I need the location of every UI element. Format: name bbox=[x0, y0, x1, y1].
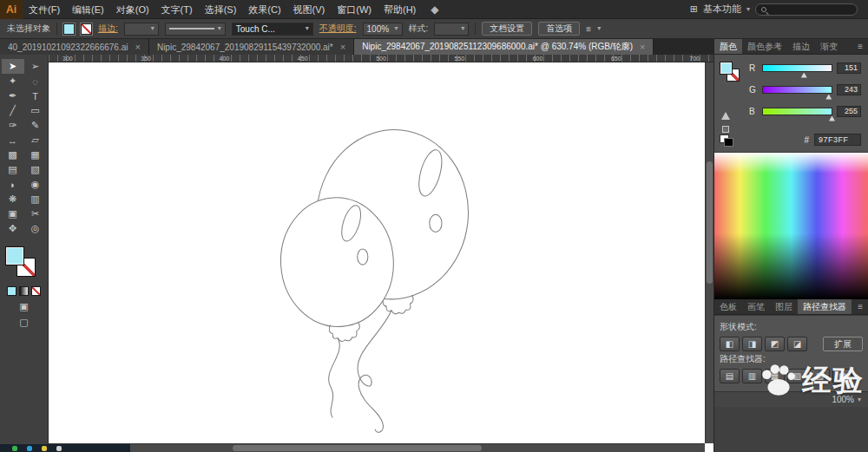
workspace-switcher[interactable]: 基本功能 bbox=[703, 3, 741, 16]
exclude-button[interactable]: ◪ bbox=[787, 337, 807, 351]
document-tab-active[interactable]: Nipic_29842067_20190825112309686000.ai* … bbox=[354, 39, 654, 55]
width-tool[interactable]: ↔ bbox=[2, 133, 24, 147]
slider-handle[interactable] bbox=[801, 73, 807, 78]
taskbar-icon[interactable] bbox=[27, 446, 32, 451]
hex-value-field[interactable]: 97F3FF bbox=[814, 134, 861, 146]
none-button[interactable] bbox=[31, 286, 41, 296]
close-icon[interactable]: × bbox=[640, 43, 645, 52]
selection-tool[interactable]: ➤ bbox=[2, 59, 24, 74]
tab-gradient[interactable]: 渐变 bbox=[815, 39, 843, 54]
rectangle-tool[interactable]: ▭ bbox=[24, 103, 47, 118]
free-transform-tool[interactable]: ▱ bbox=[24, 133, 47, 147]
magic-wand-tool[interactable]: ✦ bbox=[2, 74, 24, 88]
screen-mode-button[interactable]: ▢ bbox=[19, 318, 28, 327]
lasso-tool[interactable]: ◌ bbox=[24, 74, 47, 88]
menu-object[interactable]: 对象(O) bbox=[110, 0, 155, 19]
close-icon[interactable]: × bbox=[340, 43, 345, 52]
gradient-tool[interactable]: ▧ bbox=[24, 162, 47, 177]
opacity-dropdown[interactable]: 100% ▾ bbox=[363, 23, 403, 36]
preferences-button[interactable]: 首选项 bbox=[538, 22, 580, 36]
menu-effect[interactable]: 效果(C) bbox=[242, 0, 286, 19]
tab-stroke[interactable]: 描边 bbox=[787, 39, 815, 54]
panel-menu-icon[interactable]: ≡ bbox=[852, 299, 868, 314]
color-spectrum[interactable] bbox=[714, 152, 868, 299]
menu-type[interactable]: 文字(T) bbox=[155, 0, 199, 19]
green-slider[interactable] bbox=[762, 86, 832, 94]
black-white-swatch[interactable] bbox=[720, 134, 733, 146]
divide-button[interactable]: ▤ bbox=[720, 369, 740, 383]
app-logo[interactable]: Ai bbox=[0, 0, 23, 19]
menu-window[interactable]: 窗口(W) bbox=[331, 0, 378, 19]
perspective-grid-tool[interactable]: ▦ bbox=[24, 147, 47, 162]
gradient-button[interactable] bbox=[19, 286, 29, 296]
stroke-weight-dropdown[interactable]: ▾ bbox=[124, 23, 159, 36]
blend-tool[interactable]: ◉ bbox=[24, 177, 47, 192]
slider-handle[interactable] bbox=[829, 116, 835, 121]
style-dropdown[interactable]: ▾ bbox=[434, 23, 469, 36]
document-setup-button[interactable]: 文档设置 bbox=[482, 22, 532, 36]
eyedropper-tool[interactable]: ◗ bbox=[2, 177, 24, 192]
pen-tool[interactable]: ✒ bbox=[2, 88, 24, 103]
tab-swatches[interactable]: 色板 bbox=[714, 299, 742, 314]
zoom-tool[interactable]: ◎ bbox=[24, 221, 47, 236]
column-graph-tool[interactable]: ▥ bbox=[24, 192, 47, 206]
fill-color-swatch[interactable] bbox=[5, 246, 24, 265]
slice-tool[interactable]: ✂ bbox=[24, 206, 47, 221]
stroke-link[interactable]: 描边: bbox=[98, 23, 118, 35]
taskbar-icon[interactable] bbox=[42, 446, 47, 451]
bridge-icon[interactable]: ◆ bbox=[431, 3, 438, 16]
stroke-color-control[interactable] bbox=[81, 23, 92, 35]
document-tab[interactable]: Nipic_29842067_20190829115439732000.ai* … bbox=[149, 39, 354, 55]
taskbar-icon[interactable] bbox=[12, 446, 17, 451]
shape-builder-tool[interactable]: ▩ bbox=[2, 147, 24, 162]
direct-selection-tool[interactable]: ➢ bbox=[24, 59, 47, 74]
tab-color[interactable]: 颜色 bbox=[714, 39, 742, 54]
panel-fill-swatch[interactable] bbox=[720, 62, 733, 75]
vertical-scrollbar-thumb[interactable] bbox=[707, 161, 713, 283]
opacity-link[interactable]: 不透明度: bbox=[319, 23, 357, 35]
intersect-button[interactable]: ◩ bbox=[765, 337, 785, 351]
web-color-cube-icon[interactable] bbox=[722, 126, 729, 133]
artboard-tool[interactable]: ▣ bbox=[2, 206, 24, 221]
fill-color-control[interactable] bbox=[63, 23, 75, 35]
color-button[interactable] bbox=[7, 286, 16, 296]
blue-slider[interactable] bbox=[762, 108, 832, 115]
menu-help[interactable]: 帮助(H) bbox=[378, 0, 422, 19]
type-tool[interactable]: T bbox=[24, 88, 47, 103]
menu-edit[interactable]: 编辑(E) bbox=[66, 0, 110, 19]
horizontal-scrollbar[interactable] bbox=[49, 443, 705, 452]
line-segment-tool[interactable]: ╱ bbox=[2, 103, 24, 118]
green-value-field[interactable]: 243 bbox=[837, 84, 861, 95]
symbol-sprayer-tool[interactable]: ❋ bbox=[2, 192, 24, 206]
canvas[interactable]: 300 350 400 450 500 550 600 650 700 bbox=[49, 55, 713, 452]
profile-dropdown[interactable]: Touch C... ▾ bbox=[232, 23, 313, 36]
mesh-tool[interactable]: ▤ bbox=[2, 162, 24, 177]
tab-layers[interactable]: 图层 bbox=[770, 299, 798, 314]
unite-button[interactable]: ◧ bbox=[720, 337, 740, 351]
brush-definition-dropdown[interactable]: ▾ bbox=[165, 23, 226, 36]
search-input[interactable] bbox=[755, 3, 858, 16]
panel-menu-icon[interactable]: ≡ bbox=[852, 39, 868, 54]
vertical-scrollbar[interactable] bbox=[705, 62, 713, 443]
ruler-horizontal[interactable]: 300 350 400 450 500 550 600 650 700 bbox=[49, 55, 713, 62]
drawing-mode-button[interactable]: ▣ bbox=[19, 302, 28, 311]
red-value-field[interactable]: 151 bbox=[837, 62, 861, 74]
expand-button[interactable]: 扩展 bbox=[823, 337, 863, 351]
align-menu-icon[interactable]: ≡ bbox=[586, 24, 591, 34]
menu-select[interactable]: 选择(S) bbox=[199, 0, 243, 19]
tab-brushes[interactable]: 画笔 bbox=[742, 299, 770, 314]
slider-handle[interactable] bbox=[825, 95, 832, 100]
pencil-tool[interactable]: ✎ bbox=[24, 118, 47, 133]
tab-color-guide[interactable]: 颜色参考 bbox=[742, 39, 787, 54]
tab-pathfinder[interactable]: 路径查找器 bbox=[798, 299, 852, 314]
document-tab[interactable]: 40_20191021092322666676.ai × bbox=[0, 39, 149, 55]
red-slider[interactable] bbox=[762, 64, 832, 72]
blue-value-field[interactable]: 255 bbox=[837, 106, 861, 117]
horizontal-scrollbar-thumb[interactable] bbox=[233, 445, 482, 451]
menu-view[interactable]: 视图(V) bbox=[287, 0, 332, 19]
minus-front-button[interactable]: ◨ bbox=[742, 337, 762, 351]
gamut-warning-icon[interactable] bbox=[721, 112, 730, 120]
close-icon[interactable]: × bbox=[135, 43, 140, 52]
paintbrush-tool[interactable]: ✑ bbox=[2, 118, 24, 133]
menu-file[interactable]: 文件(F) bbox=[23, 0, 66, 19]
